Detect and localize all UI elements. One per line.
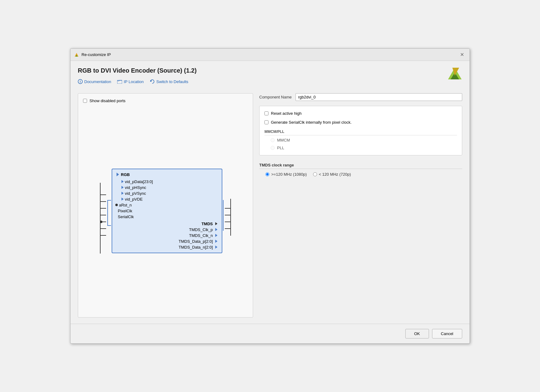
port-pixelclk: PixelClk (117, 209, 217, 213)
tmds-1080p-radio[interactable] (265, 172, 269, 176)
right-vert-line (230, 199, 231, 236)
mmcm-pll-title: MMCM/PLL (264, 130, 457, 135)
svg-text:i: i (80, 80, 81, 83)
pll-radio[interactable] (271, 146, 275, 150)
right-connectors (225, 190, 231, 232)
documentation-link[interactable]: i Documentation (78, 79, 111, 84)
app-icon (74, 52, 79, 57)
refresh-icon (150, 79, 155, 84)
tmds-1080p-label: >=120 MHz (1080p) (271, 172, 307, 177)
footer: OK Cancel (70, 324, 470, 343)
generate-serial-clk-row: Generate SerialClk internally from pixel… (264, 120, 457, 125)
port-arrow-2 (121, 186, 124, 189)
diagram-area: RGB vid_pData[23:0] vid_pHSyn (83, 109, 248, 312)
right-hlines (225, 190, 231, 232)
component-name-label: Component Name (259, 95, 292, 99)
tmds-720p-label: < 120 MHz (720p) (319, 172, 351, 177)
dialog: Re-customize IP ✕ RGB to DVI Video Encod… (70, 48, 470, 344)
left-bus-bracket (107, 196, 111, 226)
port-arrow-3 (121, 192, 124, 195)
ok-button[interactable]: OK (405, 329, 429, 338)
cancel-button[interactable]: Cancel (432, 329, 462, 338)
rport-label-2: TMDS_Clk_n (189, 233, 213, 238)
port-tmds-clk-p: TMDS_Clk_p (117, 227, 217, 232)
close-button[interactable]: ✕ (458, 51, 466, 58)
port-arrow-4 (121, 198, 124, 201)
lh4 (100, 212, 106, 218)
reset-active-high-checkbox[interactable] (264, 111, 268, 115)
port-serialclk: SerialClk (117, 214, 217, 219)
port-label-2: vid_pHSync (125, 185, 146, 190)
title-bar: Re-customize IP ✕ (70, 49, 470, 61)
rh1 (225, 205, 231, 212)
show-disabled-label[interactable]: Show disabled ports (89, 98, 125, 103)
generate-serial-clk-checkbox[interactable] (264, 120, 268, 124)
main-area: Show disabled ports (78, 93, 462, 318)
content: RGB to DVI Video Encoder (Source) (1.2) … (70, 61, 470, 324)
left-panel: Show disabled ports (78, 93, 253, 318)
port-vid-pvsync: vid_pVSync (117, 191, 217, 196)
tmds-option-1080p: >=120 MHz (1080p) (265, 172, 307, 177)
logo-area (447, 67, 462, 83)
component-name-input[interactable] (296, 93, 463, 101)
port-label-4: vid_pVDE (125, 197, 143, 202)
xilinx-logo (447, 67, 462, 82)
pll-radio-row: PLL (271, 146, 457, 150)
title-bar-left: Re-customize IP (74, 52, 111, 57)
left-vert-line (100, 183, 101, 254)
lh7 (100, 232, 106, 239)
options-panel: Reset active high Generate SerialClk int… (259, 106, 462, 155)
right-ports: TMDS TMDS_Clk_p TMDS_Clk_n (117, 222, 217, 250)
port-tmds-data-p: TMDS_Data_p[2:0] (117, 239, 217, 244)
mmcm-pll-section: MMCM/PLL MMCM PLL (264, 130, 457, 150)
ip-block: RGB vid_pData[23:0] vid_pHSyn (112, 169, 222, 253)
mmcm-radio[interactable] (271, 138, 275, 142)
tmds-720p-radio[interactable] (313, 172, 317, 176)
rport-label-1: TMDS_Clk_p (189, 227, 213, 232)
port-tmds-data-n: TMDS_Data_n[2:0] (117, 245, 217, 250)
rport-label-4: TMDS_Data_n[2:0] (179, 245, 213, 250)
rgb-arrow (117, 173, 119, 176)
switch-defaults-link[interactable]: Switch to Defaults (150, 79, 188, 84)
diagram-wrapper: RGB vid_pData[23:0] vid_pHSyn (100, 169, 231, 253)
tmds-clock-title: TMDS clock range (259, 163, 462, 169)
tmds-arrow (215, 222, 217, 225)
circle-indicator (115, 204, 118, 206)
tmds-label: TMDS (201, 222, 213, 226)
rgb-label: RGB (121, 172, 130, 177)
port-arrow-1 (121, 180, 124, 183)
rport-arrow-4 (215, 246, 217, 249)
right-bus-bracket (223, 191, 224, 231)
toolbar: i Documentation IP Location Switch to De… (78, 79, 462, 87)
port-label-3: vid_pVSync (125, 191, 146, 196)
lh2 (100, 198, 106, 205)
port-vid-pdata: vid_pData[23:0] (117, 179, 217, 184)
tmds-option-720p: < 120 MHz (720p) (313, 172, 351, 177)
rgb-group-header: RGB (117, 172, 217, 177)
generate-serial-clk-label[interactable]: Generate SerialClk internally from pixel… (271, 120, 351, 125)
port-tmds-clk-n: TMDS_Clk_n (117, 233, 217, 238)
title-bar-text: Re-customize IP (81, 52, 111, 57)
pll-radio-label: PLL (277, 146, 284, 150)
rh2 (225, 212, 231, 218)
ip-location-link[interactable]: IP Location (117, 79, 144, 84)
tmds-options: >=120 MHz (1080p) < 120 MHz (720p) (259, 172, 462, 177)
left-connectors (100, 183, 106, 239)
rh4 (225, 225, 231, 232)
lh6 (100, 225, 106, 232)
port-label-5: aRst_n (119, 203, 132, 207)
port-arst-n: aRst_n (117, 203, 217, 207)
show-disabled-checkbox[interactable] (83, 99, 87, 103)
tmds-group-row: TMDS (117, 222, 217, 226)
show-disabled-row: Show disabled ports (83, 98, 248, 103)
tmds-clock-section: TMDS clock range >=120 MHz (1080p) < 120… (259, 163, 462, 177)
mmcm-pll-radio-group: MMCM PLL (264, 138, 457, 150)
reset-active-high-label[interactable]: Reset active high (271, 111, 302, 116)
mmcm-radio-label: MMCM (277, 138, 290, 142)
component-name-row: Component Name (259, 93, 462, 101)
port-label-6: PixelClk (117, 209, 132, 213)
rh3 (225, 218, 231, 225)
port-label-7: SerialClk (117, 214, 134, 219)
lh5 (100, 218, 106, 225)
folder-icon (117, 79, 122, 84)
